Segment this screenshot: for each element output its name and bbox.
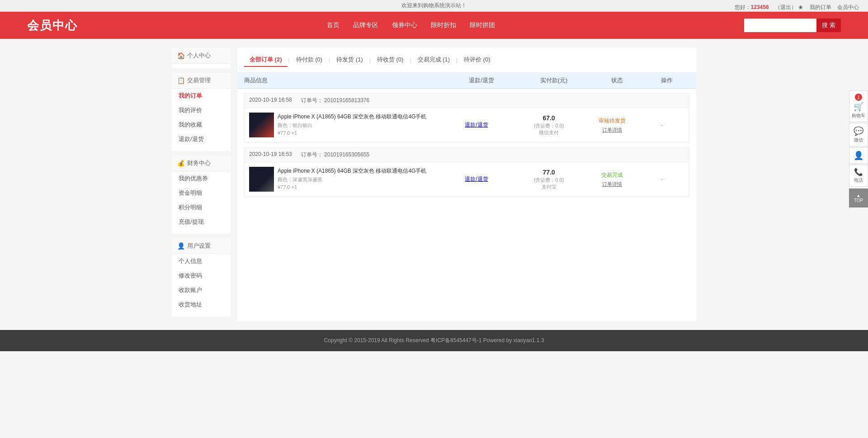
cart-icon: 🛒 [854, 102, 863, 112]
sidebar-transaction-section: 📋 交易管理 我的订单 我的评价 我的收藏 退款/退货 [172, 73, 231, 151]
refund-link-1[interactable]: 退款/退货 [465, 122, 488, 128]
sidebar-item-change-password[interactable]: 修改密码 [172, 268, 231, 283]
logout-link[interactable]: （退出） [775, 4, 797, 10]
order-2-no-label: 订单号： 201019165305655 [301, 151, 369, 159]
wechat-icon: 💬 [854, 126, 863, 136]
personal-icon: 🏠 [177, 52, 185, 59]
sidebar-user-title: 👤 用户设置 [172, 238, 231, 254]
user-icon: 👤 [177, 242, 185, 250]
product-info-2: Apple iPhone X (A1865) 64GB 深空灰色 移动联通电信4… [278, 167, 426, 190]
tab-pending-review[interactable]: 待评价 (0) [458, 53, 496, 67]
order-content: 全部订单 (2) | 待付款 (0) | 待发货 (1) | 待收货 (0) |… [237, 48, 696, 321]
order-row-1: Apple iPhone X (A1865) 64GB 深空灰色 移动联通电信4… [245, 108, 689, 142]
product-img-1 [249, 113, 274, 137]
sidebar-item-coupons[interactable]: 我的优惠券 [172, 171, 231, 186]
top-right-links: 您好：123456 （退出） ★ 我的订单 会员中心 [735, 4, 859, 11]
amount-cell-1: 67.0 (含运费：0.0) 微信支付 [513, 114, 585, 136]
sidebar-item-points-detail[interactable]: 积分明细 [172, 200, 231, 215]
amount-total-2: 77.0 [513, 169, 585, 176]
sidebar-item-shipping-address[interactable]: 收货地址 [172, 297, 231, 312]
status-cell-1: 审核待发货 订单详情 [585, 117, 639, 133]
top-button[interactable]: ▲ TOP [849, 188, 868, 207]
search-input[interactable] [744, 19, 816, 32]
right-panel-user[interactable]: 👤 [849, 147, 868, 164]
transaction-icon: 📋 [177, 77, 185, 84]
order-2-date: 2020-10-19 16:53 [249, 151, 292, 159]
product-cell-2: Apple iPhone X (A1865) 64GB 深空灰色 移动联通电信4… [249, 167, 440, 192]
greeting-text: 您好： [735, 4, 751, 10]
sidebar-personal-section: 🏠 个人中心 [172, 48, 231, 68]
order-group-1-header: 2020-10-19 16:58 订单号： 201019165813376 [245, 94, 689, 108]
order-group-2-header: 2020-10-19 16:53 订单号： 201019165305655 [245, 148, 689, 162]
sidebar-item-refund[interactable]: 退款/退货 [172, 132, 231, 146]
main-wrap: 🏠 个人中心 📋 交易管理 我的订单 我的评价 我的收藏 退款/退货 💰 财务中… [163, 48, 705, 321]
order-group-2: 2020-10-19 16:53 订单号： 201019165305655 Ap… [244, 147, 689, 197]
nav-group[interactable]: 限时拼团 [470, 21, 495, 29]
sidebar-item-my-favorites[interactable]: 我的收藏 [172, 118, 231, 132]
order-1-no-label: 订单号： 201019165813376 [301, 97, 369, 104]
amount-sub-2: (含运费：0.0) [513, 177, 585, 184]
nav-coupon[interactable]: 领券中心 [392, 21, 417, 29]
sidebar: 🏠 个人中心 📋 交易管理 我的订单 我的评价 我的收藏 退款/退货 💰 财务中… [172, 48, 231, 321]
product-cell-1: Apple iPhone X (A1865) 64GB 深空灰色 移动联通电信4… [249, 113, 440, 137]
footer: Copyright © 2015-2019 All Rights Reserve… [0, 330, 868, 351]
tab-completed[interactable]: 交易完成 (1) [412, 53, 456, 67]
main-nav: 首页 品牌专区 领券中心 限时折扣 限时拼团 [327, 21, 495, 29]
order-tabs: 全部订单 (2) | 待付款 (0) | 待发货 (1) | 待收货 (0) |… [237, 48, 696, 73]
product-img-2 [249, 167, 274, 192]
product-attr-1: 颜色：银白银白 [278, 122, 426, 129]
tab-pending-pay[interactable]: 待付款 (0) [291, 53, 328, 67]
user-avatar-icon: 👤 [854, 151, 863, 160]
username: 123456 [751, 4, 769, 10]
product-name-link-2[interactable]: Apple iPhone X (A1865) 64GB 深空灰色 移动联通电信4… [278, 168, 426, 174]
right-panel-phone[interactable]: 📞 电话 [849, 165, 868, 187]
phone-icon: 📞 [854, 168, 863, 176]
sidebar-item-my-reviews[interactable]: 我的评价 [172, 103, 231, 118]
pay-method-2: 支付宝 [513, 184, 585, 190]
sidebar-item-fund-detail[interactable]: 资金明细 [172, 186, 231, 200]
order-detail-link-2[interactable]: 订单详情 [585, 181, 639, 188]
product-price-1: ¥77.0 ×1 [278, 130, 426, 136]
sidebar-item-profile[interactable]: 个人信息 [172, 254, 231, 268]
phone-label: 电话 [854, 177, 863, 184]
tab-pending-ship[interactable]: 待发货 (1) [331, 53, 368, 67]
top-bar: 欢迎来到购物系统演示站！ 您好：123456 （退出） ★ 我的订单 会员中心 [0, 0, 868, 12]
product-price-2: ¥77.0 ×1 [278, 184, 426, 190]
right-panel-cart[interactable]: 1 🛒 购物车 [849, 90, 868, 122]
nav-brand[interactable]: 品牌专区 [353, 21, 378, 29]
sidebar-personal-title: 🏠 个人中心 [172, 48, 231, 64]
product-attr-2: 颜色：深邃黑深邃黑 [278, 176, 426, 183]
tab-all-orders[interactable]: 全部订单 (2) [244, 53, 288, 67]
announcement-text: 欢迎来到购物系统演示站！ [401, 2, 467, 9]
sidebar-item-payment-account[interactable]: 收款账户 [172, 283, 231, 297]
order-1-date: 2020-10-19 16:58 [249, 97, 292, 104]
member-center-link[interactable]: 会员中心 [837, 4, 859, 10]
refund-cell-1: 退款/退货 [440, 121, 513, 129]
order-detail-link-1[interactable]: 订单详情 [585, 127, 639, 133]
sidebar-transaction-title: 📋 交易管理 [172, 73, 231, 89]
wechat-label: 微信 [854, 137, 863, 143]
header-status: 状态 [590, 76, 644, 85]
sidebar-finance-section: 💰 财务中心 我的优惠券 资金明细 积分明细 充值/提现 [172, 155, 231, 234]
nav-discount[interactable]: 限时折扣 [431, 21, 456, 29]
sidebar-item-recharge[interactable]: 充值/提现 [172, 215, 231, 229]
product-name-link-1[interactable]: Apple iPhone X (A1865) 64GB 深空灰色 移动联通电信4… [278, 113, 426, 120]
refund-cell-2: 退款/退货 [440, 175, 513, 183]
tab-pending-receive[interactable]: 待收货 (0) [372, 53, 409, 67]
cart-label: 购物车 [852, 113, 865, 119]
header-refund: 退款/退货 [445, 76, 518, 85]
sidebar-finance-title: 💰 财务中心 [172, 155, 231, 171]
status-text-2: 交易完成 [585, 171, 639, 179]
top-arrow-icon: ▲ [856, 193, 861, 198]
nav-home[interactable]: 首页 [327, 21, 340, 29]
status-text-1: 审核待发货 [585, 117, 639, 125]
my-orders-link[interactable]: 我的订单 [810, 4, 831, 10]
sidebar-item-my-orders[interactable]: 我的订单 [172, 89, 231, 103]
search-button[interactable]: 搜 索 [816, 19, 841, 32]
right-panel-wechat[interactable]: 💬 微信 [849, 123, 868, 146]
search-box: 搜 索 [744, 19, 841, 32]
refund-link-2[interactable]: 退款/退货 [465, 176, 488, 182]
header-action: 操作 [644, 76, 689, 85]
header-product-info: 商品信息 [244, 76, 445, 85]
cart-badge: 1 [855, 94, 862, 101]
